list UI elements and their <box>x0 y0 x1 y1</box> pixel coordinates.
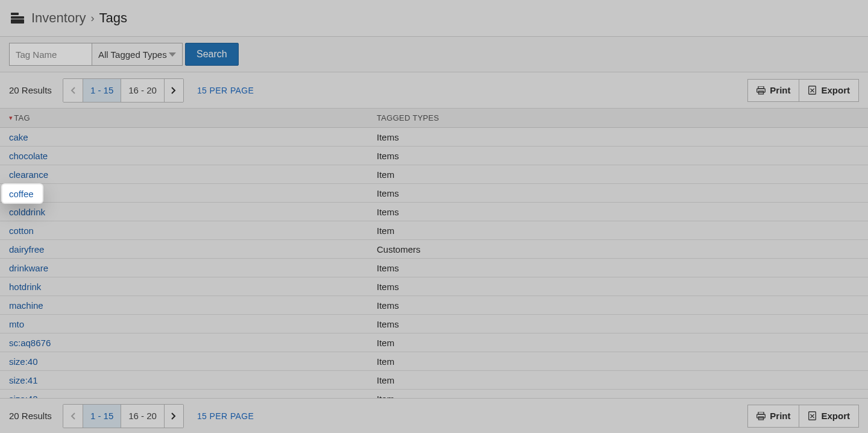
table-row: clearanceItem <box>0 165 868 184</box>
column-header-tag-label: TAG <box>14 113 30 122</box>
table-row: size:40Item <box>0 352 868 371</box>
table-header: ▾ TAG TAGGED TYPES <box>0 109 868 128</box>
tagged-types-cell: Item <box>377 375 394 385</box>
table-row: sc:aq8676Item <box>0 333 868 352</box>
export-button[interactable]: Export <box>799 79 859 102</box>
tag-link[interactable]: cake <box>0 132 377 142</box>
page-range-2[interactable]: 16 - 20 <box>121 79 164 102</box>
inventory-icon <box>11 13 24 24</box>
tagged-types-cell: Items <box>377 300 399 311</box>
page-next-button[interactable] <box>164 79 183 102</box>
print-button-label: Print <box>770 411 790 421</box>
page-prev-button[interactable] <box>63 79 83 102</box>
per-page-link-bottom[interactable]: 15 PER PAGE <box>197 411 254 421</box>
tag-name-input[interactable] <box>9 43 92 66</box>
breadcrumb-current: Tags <box>99 10 127 26</box>
page-prev-button-bottom[interactable] <box>63 405 83 428</box>
tagged-types-cell: Customers <box>377 244 421 254</box>
export-icon <box>808 86 817 95</box>
breadcrumb-header: Inventory › Tags <box>0 0 868 37</box>
print-button-label: Print <box>770 85 790 95</box>
sort-asc-icon: ▾ <box>9 114 13 122</box>
table-row: machineItems <box>0 296 868 315</box>
tagged-types-filter-label: All Tagged Types <box>98 49 167 60</box>
table-row: dairyfreeCustomers <box>0 240 868 259</box>
tagged-types-cell: Item <box>377 169 394 180</box>
tag-link[interactable]: coffee <box>0 188 377 198</box>
tag-link[interactable]: colddrink <box>0 207 377 217</box>
export-button-label: Export <box>821 411 850 421</box>
tag-link[interactable]: cotton <box>0 226 377 236</box>
tag-link[interactable]: mto <box>0 319 377 329</box>
page-range-selector-bottom: 1 - 15 16 - 20 <box>63 404 184 428</box>
action-buttons-bottom: Print Export <box>747 405 859 428</box>
action-buttons: Print Export <box>747 79 859 102</box>
tag-link[interactable]: dairyfree <box>0 244 377 254</box>
column-header-types[interactable]: TAGGED TYPES <box>377 113 868 122</box>
export-icon <box>808 411 817 420</box>
pager-top: 20 Results 1 - 15 16 - 20 15 PER PAGE Pr… <box>0 72 868 109</box>
page-range-selector: 1 - 15 16 - 20 <box>63 78 184 103</box>
tagged-types-cell: Items <box>377 319 399 329</box>
svg-rect-1 <box>757 89 766 92</box>
per-page-link[interactable]: 15 PER PAGE <box>197 86 254 95</box>
results-count-bottom: 20 Results <box>9 411 52 421</box>
column-header-tag[interactable]: ▾ TAG <box>0 113 377 122</box>
svg-rect-5 <box>757 414 766 418</box>
tag-link[interactable]: hotdrink <box>0 282 377 292</box>
table-row: drinkwareItems <box>0 259 868 277</box>
tag-link[interactable]: sc:aq8676 <box>0 338 377 348</box>
table-row: cakeItems <box>0 128 868 147</box>
search-bar: All Tagged Types Search <box>0 37 868 72</box>
tag-link[interactable]: drinkware <box>0 263 377 273</box>
page-range-1[interactable]: 1 - 15 <box>83 79 121 102</box>
tagged-types-filter[interactable]: All Tagged Types <box>92 43 183 66</box>
tag-link[interactable]: clearance <box>0 169 377 180</box>
print-button-bottom[interactable]: Print <box>747 405 799 428</box>
print-icon <box>756 86 766 95</box>
page-range-1-bottom[interactable]: 1 - 15 <box>83 405 121 428</box>
breadcrumb-parent[interactable]: Inventory <box>31 10 86 26</box>
print-button[interactable]: Print <box>747 79 799 102</box>
tagged-types-cell: Item <box>377 356 394 367</box>
tag-link[interactable]: machine <box>0 300 377 311</box>
tag-link[interactable]: size:40 <box>0 356 377 367</box>
tagged-types-cell: Items <box>377 263 399 273</box>
pager-bottom: 20 Results 1 - 15 16 - 20 15 PER PAGE Pr… <box>0 398 868 433</box>
tag-link[interactable]: size:41 <box>0 375 377 385</box>
tag-link[interactable]: chocolate <box>0 151 377 161</box>
tagged-types-cell: Items <box>377 282 399 292</box>
chevron-down-icon <box>169 52 176 57</box>
table-row: hotdrinkItems <box>0 277 868 296</box>
export-button-bottom[interactable]: Export <box>799 405 859 428</box>
tagged-types-cell: Items <box>377 207 399 217</box>
page-next-button-bottom[interactable] <box>164 405 183 428</box>
tagged-types-cell: Item <box>377 338 394 348</box>
table-row: cottonItem <box>0 221 868 240</box>
chevron-right-icon: › <box>91 12 95 25</box>
print-icon <box>756 411 766 420</box>
page-range-2-bottom[interactable]: 16 - 20 <box>121 405 164 428</box>
tagged-types-cell: Items <box>377 188 399 198</box>
export-button-label: Export <box>821 85 850 95</box>
tagged-types-cell: Items <box>377 151 399 161</box>
table-row: mtoItems <box>0 315 868 333</box>
results-count: 20 Results <box>9 85 52 95</box>
tagged-types-cell: Items <box>377 132 399 142</box>
table-row: chocolateItems <box>0 147 868 165</box>
table-row: size:41Item <box>0 371 868 390</box>
search-button[interactable]: Search <box>185 43 239 66</box>
table-row: coffeeItems <box>0 184 868 203</box>
table-row: colddrinkItems <box>0 203 868 221</box>
tagged-types-cell: Item <box>377 226 394 236</box>
table-body: cakeItemschocolateItemsclearanceItemcoff… <box>0 128 868 408</box>
